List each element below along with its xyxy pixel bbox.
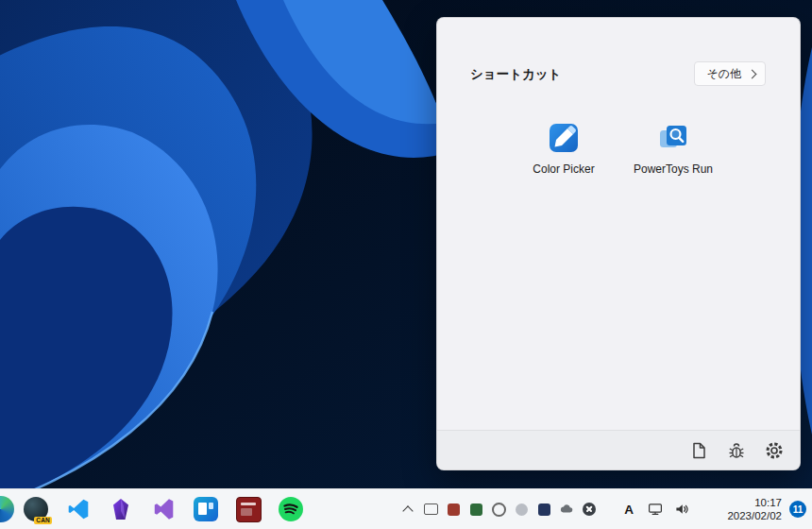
display-tray-button[interactable] <box>648 502 663 517</box>
tray-app-6[interactable] <box>536 502 551 517</box>
can-badge: CAN <box>34 517 52 525</box>
clock-time: 10:17 <box>727 496 782 509</box>
shortcut-powertoys-run[interactable]: PowerToys Run <box>626 122 720 176</box>
document-button[interactable] <box>688 440 709 461</box>
browser-icon[interactable] <box>0 496 14 522</box>
hidden-icons-button[interactable] <box>400 502 415 517</box>
spotify-icon <box>278 496 304 522</box>
x-circle-icon <box>583 503 596 516</box>
tray-app-4-icon <box>492 503 506 517</box>
powertoys-run-icon <box>657 122 689 154</box>
system-tray-right: A <box>621 489 689 529</box>
flyout-title: ショートカット <box>470 66 561 83</box>
more-button-label: その他 <box>706 66 741 82</box>
blocked-app-tray[interactable] <box>582 502 597 517</box>
clock-date: 2023/02/02 <box>727 509 782 522</box>
tray-app-1-icon <box>424 503 438 515</box>
obsidian-icon <box>109 497 133 521</box>
app-with-can-badge[interactable]: CAN <box>23 496 49 522</box>
notification-count-badge[interactable]: 11 <box>789 501 806 518</box>
settings-gear-icon <box>765 441 784 460</box>
ime-indicator[interactable]: A <box>621 503 636 517</box>
bug-icon <box>727 441 746 460</box>
tray-app-1[interactable] <box>423 502 438 517</box>
powertoys-app[interactable] <box>193 496 219 522</box>
volume-icon <box>674 500 689 519</box>
flyout-footer <box>437 430 800 469</box>
tray-app-2[interactable] <box>446 502 461 517</box>
powertoys-icon <box>194 497 218 521</box>
tray-app-6-icon <box>538 503 550 516</box>
settings-button[interactable] <box>764 440 785 461</box>
tray-app-4[interactable] <box>491 502 506 517</box>
tray-app-3-icon <box>470 503 482 516</box>
spotify-app[interactable] <box>278 496 304 522</box>
display-icon <box>648 500 663 519</box>
taskbar: CAN <box>0 488 812 529</box>
chevron-right-icon <box>748 69 757 78</box>
obsidian-app[interactable] <box>108 496 134 522</box>
vscode-app[interactable] <box>65 496 92 522</box>
volume-tray-button[interactable] <box>674 502 689 517</box>
document-icon <box>689 441 708 460</box>
hardware-monitor-icon <box>236 497 262 522</box>
tray-app-3[interactable] <box>468 502 483 517</box>
shortcut-label: Color Picker <box>533 162 594 176</box>
powertoys-flyout-panel: ショートカット その他 Color Picker <box>436 17 801 470</box>
tray-app-5-icon <box>516 503 528 516</box>
hardware-monitor-app[interactable] <box>235 496 262 522</box>
visual-studio-icon <box>151 497 176 521</box>
chevron-up-icon <box>402 505 413 516</box>
bug-report-button[interactable] <box>726 440 747 461</box>
system-tray <box>400 489 597 529</box>
shortcut-label: PowerToys Run <box>634 162 713 176</box>
visual-studio-app[interactable] <box>150 496 177 522</box>
tray-app-5[interactable] <box>514 502 529 517</box>
shortcut-row: Color Picker PowerToys Run <box>437 122 800 176</box>
onedrive-tray[interactable] <box>559 502 574 517</box>
vscode-icon <box>66 497 91 521</box>
shortcut-color-picker[interactable]: Color Picker <box>516 122 611 176</box>
color-picker-icon <box>548 122 580 154</box>
more-button[interactable]: その他 <box>694 61 766 86</box>
taskbar-app-icons: CAN <box>23 489 304 529</box>
tray-app-2-icon <box>448 503 460 516</box>
taskbar-clock[interactable]: 10:17 2023/02/02 <box>727 489 782 529</box>
cloud-icon <box>559 502 574 517</box>
